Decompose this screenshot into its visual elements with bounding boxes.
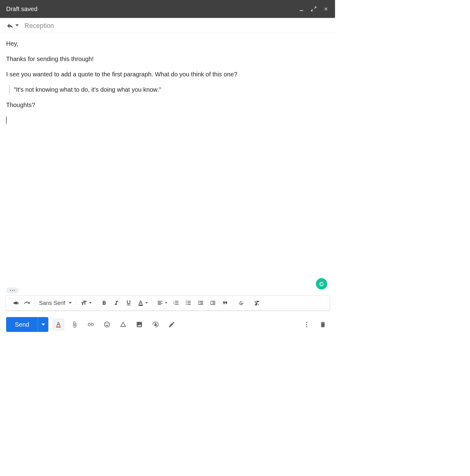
svg-point-6 (306, 322, 307, 323)
svg-point-3 (14, 290, 15, 291)
body-line: Hey, (6, 39, 329, 48)
titlebar-actions (299, 6, 329, 12)
show-trimmed-content-button[interactable] (6, 287, 19, 294)
reply-type-dropdown[interactable] (15, 24, 19, 28)
redo-button[interactable] (22, 298, 32, 308)
close-button[interactable] (323, 6, 329, 12)
attach-file-button[interactable] (68, 318, 81, 331)
discard-draft-button[interactable] (317, 318, 329, 331)
remove-formatting-button[interactable] (252, 298, 262, 308)
body-line: Thoughts? (6, 100, 329, 109)
bulleted-list-button[interactable] (183, 298, 194, 308)
underline-button[interactable] (123, 298, 134, 308)
svg-point-2 (12, 290, 13, 291)
minimize-button[interactable] (299, 6, 305, 12)
strikethrough-button[interactable] (236, 298, 246, 308)
window-title: Draft saved (6, 6, 299, 13)
align-button[interactable] (155, 298, 169, 308)
send-row: Send (0, 314, 335, 339)
indent-more-button[interactable] (208, 298, 218, 308)
indent-less-button[interactable] (195, 298, 206, 308)
svg-rect-0 (300, 10, 303, 11)
insert-signature-button[interactable] (166, 318, 178, 331)
formatting-options-button[interactable] (52, 318, 65, 331)
italic-button[interactable] (111, 298, 121, 308)
svg-rect-5 (56, 327, 61, 328)
body-line: Thanks for sending this through! (6, 55, 329, 64)
undo-button[interactable] (11, 298, 21, 308)
svg-rect-4 (138, 305, 143, 306)
quote-button[interactable] (220, 298, 230, 308)
svg-point-7 (306, 324, 307, 325)
body-line: I see you wanted to add a quote to the f… (6, 70, 329, 79)
compose-window: Draft saved Reception Hey, Thanks for se… (0, 0, 335, 340)
insert-drive-button[interactable] (117, 318, 129, 331)
insert-emoji-button[interactable] (101, 318, 113, 331)
svg-point-8 (306, 326, 307, 327)
send-label: Send (6, 317, 38, 332)
font-family-label: Sans Serif (39, 299, 65, 306)
text-color-button[interactable] (136, 298, 150, 308)
body-quote: "It's not knowing what to do, it's doing… (9, 85, 329, 94)
more-options-button[interactable] (301, 318, 313, 331)
formatting-toolbar: Sans Serif (5, 295, 330, 311)
titlebar: Draft saved (0, 0, 335, 18)
font-size-button[interactable] (79, 298, 93, 308)
font-family-select[interactable]: Sans Serif (38, 299, 73, 306)
text-cursor (6, 117, 6, 124)
subject-row: Reception (0, 18, 335, 33)
message-body[interactable]: Hey, Thanks for sending this through! I … (0, 33, 335, 295)
confidential-mode-button[interactable] (149, 318, 162, 331)
insert-photo-button[interactable] (133, 318, 146, 331)
reply-icon[interactable] (6, 22, 14, 30)
bold-button[interactable] (99, 298, 109, 308)
grammarly-badge[interactable] (316, 278, 327, 290)
numbered-list-button[interactable] (171, 298, 181, 308)
insert-link-button[interactable] (85, 318, 97, 331)
svg-point-1 (10, 290, 11, 291)
send-more-options[interactable] (38, 317, 48, 332)
send-button[interactable]: Send (6, 317, 48, 332)
subject-text[interactable]: Reception (25, 22, 54, 29)
popout-button[interactable] (310, 6, 317, 12)
